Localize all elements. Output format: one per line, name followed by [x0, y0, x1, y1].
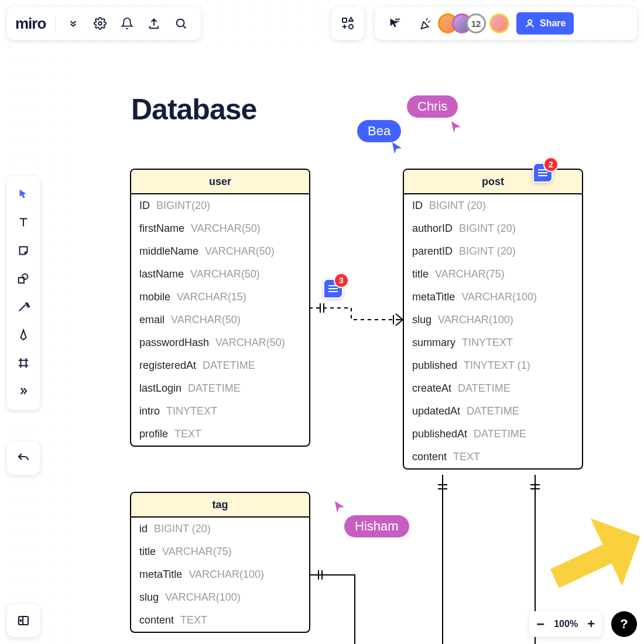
- entity-tag-column[interactable]: content TEXT: [131, 609, 309, 632]
- sticky-tool[interactable]: [11, 238, 36, 263]
- undo-button[interactable]: [7, 442, 40, 475]
- shape-tool[interactable]: [11, 266, 36, 292]
- entity-tag-column[interactable]: id BIGINT (20): [131, 518, 309, 540]
- entity-user-column[interactable]: middleName VARCHAR(50): [131, 240, 309, 263]
- column-name: title: [412, 268, 429, 280]
- column-type: BIGINT(20): [156, 200, 210, 211]
- column-name: intro: [139, 405, 160, 417]
- cursor-chris: Chris: [407, 95, 458, 118]
- entity-post-column[interactable]: ID BIGINT (20): [404, 194, 582, 217]
- avatar-count[interactable]: 12: [466, 13, 486, 33]
- column-name: published: [412, 359, 457, 371]
- zoom-level[interactable]: 100%: [554, 619, 578, 629]
- apps-button[interactable]: [331, 7, 364, 40]
- entity-post-column[interactable]: title VARCHAR(75): [404, 263, 582, 286]
- column-type: DATETIME: [458, 382, 511, 394]
- entity-user-column[interactable]: intro TINYTEXT: [131, 400, 309, 423]
- entity-user-column[interactable]: lastLogin DATETIME: [131, 377, 309, 400]
- column-type: VARCHAR(50): [191, 222, 261, 234]
- comment-bubble-right[interactable]: 2: [533, 163, 553, 183]
- share-button-label: Share: [540, 18, 566, 29]
- column-name: metaTitle: [139, 568, 182, 580]
- board-menu-button[interactable]: [61, 12, 85, 35]
- help-button[interactable]: ?: [611, 611, 637, 637]
- column-type: VARCHAR(100): [165, 591, 241, 603]
- search-button[interactable]: [169, 12, 193, 35]
- column-type: BIGINT (20): [154, 523, 211, 535]
- panel-toggle-button[interactable]: [7, 604, 40, 637]
- topbar-left: miro: [7, 7, 201, 40]
- column-type: DATETIME: [203, 359, 255, 371]
- apps-icon: [341, 16, 355, 30]
- zoom-out-button[interactable]: −: [536, 616, 544, 632]
- connector-tool[interactable]: [11, 294, 36, 320]
- text-tool[interactable]: [11, 210, 36, 235]
- column-name: title: [139, 546, 156, 557]
- entity-user-column[interactable]: registeredAt DATETIME: [131, 354, 309, 377]
- svg-point-22: [20, 620, 22, 621]
- column-type: DATETIME: [188, 382, 241, 394]
- entity-tag[interactable]: tag id BIGINT (20)title VARCHAR(75)metaT…: [130, 492, 310, 633]
- entity-post[interactable]: post ID BIGINT (20)authorID BIGINT (20)p…: [403, 169, 583, 470]
- entity-tag-column[interactable]: title VARCHAR(75): [131, 540, 309, 563]
- entity-post-header: post: [404, 170, 582, 194]
- column-type: VARCHAR(50): [171, 314, 241, 326]
- column-name: summary: [412, 337, 455, 348]
- comment-badge: 3: [334, 273, 349, 288]
- column-name: ID: [412, 200, 423, 211]
- entity-user-column[interactable]: profile TEXT: [131, 423, 309, 446]
- more-tools[interactable]: [11, 378, 36, 404]
- entity-post-column[interactable]: createAt DATETIME: [404, 377, 582, 400]
- share-button[interactable]: Share: [516, 12, 574, 35]
- entity-tag-column[interactable]: metaTitle VARCHAR(100): [131, 563, 309, 586]
- person-icon: [525, 18, 535, 29]
- entity-user-column[interactable]: firstName VARCHAR(50): [131, 217, 309, 240]
- entity-user-column[interactable]: mobile VARCHAR(15): [131, 286, 309, 309]
- cursor-tool-button[interactable]: [383, 12, 406, 35]
- entity-post-column[interactable]: published TINYTEXT (1): [404, 354, 582, 377]
- entity-post-column[interactable]: authorID BIGINT (20): [404, 217, 582, 240]
- logo[interactable]: miro: [15, 15, 49, 33]
- entity-tag-column[interactable]: slug VARCHAR(100): [131, 586, 309, 609]
- column-type: TINYTEXT: [166, 405, 217, 417]
- zoom-in-button[interactable]: +: [587, 616, 595, 632]
- collaborator-avatars[interactable]: 12: [444, 13, 509, 33]
- export-button[interactable]: [142, 12, 166, 35]
- column-type: BIGINT (20): [429, 200, 486, 211]
- avatar-self[interactable]: [489, 13, 509, 33]
- entity-user-column[interactable]: passwordHash VARCHAR(50): [131, 331, 309, 354]
- column-type: VARCHAR(50): [215, 337, 285, 348]
- select-tool[interactable]: [11, 181, 36, 207]
- entity-user-column[interactable]: ID BIGINT(20): [131, 194, 309, 217]
- entity-post-column[interactable]: parentID BIGINT (20): [404, 240, 582, 263]
- column-type: VARCHAR(50): [190, 268, 260, 280]
- canvas-frame[interactable]: Database user ID BIGINT(20)firstName VAR…: [70, 57, 644, 644]
- entity-post-column[interactable]: metaTitle VARCHAR(100): [404, 286, 582, 309]
- entity-post-column[interactable]: content TEXT: [404, 446, 582, 468]
- comment-bubble-left[interactable]: 3: [323, 279, 343, 299]
- entity-user-header: user: [131, 170, 309, 194]
- entity-post-column[interactable]: publishedAt DATETIME: [404, 423, 582, 446]
- frame-tool[interactable]: [11, 350, 36, 376]
- entity-user[interactable]: user ID BIGINT(20)firstName VARCHAR(50)m…: [130, 169, 310, 447]
- entity-user-column[interactable]: lastName VARCHAR(50): [131, 263, 309, 286]
- entity-post-column[interactable]: updatedAt DATETIME: [404, 400, 582, 423]
- notifications-button[interactable]: [115, 12, 139, 35]
- column-name: slug: [139, 591, 159, 603]
- entity-user-column[interactable]: email VARCHAR(50): [131, 309, 309, 331]
- column-type: DATETIME: [474, 428, 526, 440]
- column-name: publishedAt: [412, 428, 467, 440]
- settings-button[interactable]: [88, 12, 112, 35]
- column-name: passwordHash: [139, 337, 209, 348]
- column-name: lastLogin: [139, 382, 181, 394]
- column-type: TEXT: [174, 428, 201, 440]
- cursor-hisham-label: Hisham: [344, 515, 409, 537]
- entity-post-column[interactable]: slug VARCHAR(100): [404, 309, 582, 331]
- celebrate-button[interactable]: [413, 12, 437, 35]
- pen-tool[interactable]: [11, 322, 36, 348]
- column-type: BIGINT (20): [459, 222, 516, 234]
- entity-post-column[interactable]: summary TINYTEXT: [404, 331, 582, 354]
- column-name: email: [139, 314, 165, 326]
- column-name: lastName: [139, 268, 184, 280]
- entity-tag-header: tag: [131, 493, 309, 518]
